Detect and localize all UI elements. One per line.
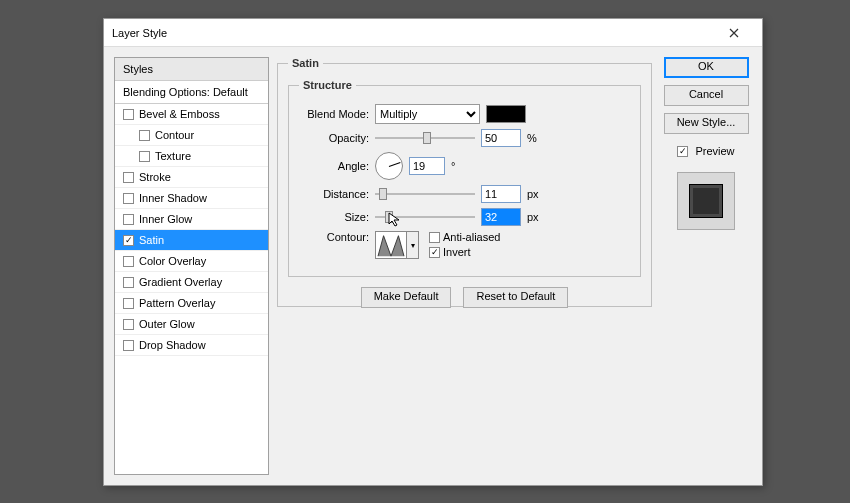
new-style-button[interactable]: New Style... [664,113,749,134]
size-slider[interactable] [375,210,475,224]
style-item-label: Contour [155,129,194,141]
distance-unit: px [527,188,545,200]
distance-label: Distance: [299,188,369,200]
style-item-outer-glow[interactable]: Outer Glow [115,314,268,335]
size-label: Size: [299,211,369,223]
styles-header[interactable]: Styles [115,58,268,81]
preview-thumbnail [677,172,735,230]
layer-style-dialog: Layer Style Styles Blending Options: Def… [103,18,763,486]
style-item-label: Pattern Overlay [139,297,215,309]
opacity-slider[interactable] [375,131,475,145]
style-item-label: Stroke [139,171,171,183]
dialog-buttons: OK Cancel New Style... Preview [660,57,752,475]
color-swatch[interactable] [486,105,526,123]
close-icon [729,28,739,38]
style-item-drop-shadow[interactable]: Drop Shadow [115,335,268,356]
titlebar: Layer Style [104,19,762,47]
style-item-inner-glow[interactable]: Inner Glow [115,209,268,230]
anti-aliased-checkbox[interactable]: Anti-aliased [429,231,500,243]
checkbox-icon[interactable] [123,256,134,267]
checkbox-icon[interactable] [123,298,134,309]
style-item-texture[interactable]: Texture [115,146,268,167]
style-item-gradient-overlay[interactable]: Gradient Overlay [115,272,268,293]
blending-options[interactable]: Blending Options: Default [115,81,268,104]
checkbox-icon[interactable] [123,193,134,204]
checkbox-icon[interactable] [123,319,134,330]
opacity-input[interactable] [481,129,521,147]
checkbox-icon[interactable] [139,151,150,162]
window-title: Layer Style [112,27,714,39]
style-item-label: Gradient Overlay [139,276,222,288]
checkbox-icon[interactable] [123,172,134,183]
checkbox-icon[interactable] [123,214,134,225]
style-item-label: Drop Shadow [139,339,206,351]
styles-list: Styles Blending Options: Default Bevel &… [114,57,269,475]
style-item-satin[interactable]: Satin [115,230,268,251]
style-item-stroke[interactable]: Stroke [115,167,268,188]
effect-settings-panel: Satin Structure Blend Mode: Multiply Opa… [277,57,652,475]
style-item-pattern-overlay[interactable]: Pattern Overlay [115,293,268,314]
structure-title: Structure [299,79,356,91]
dialog-content: Styles Blending Options: Default Bevel &… [104,47,762,485]
angle-input[interactable] [409,157,445,175]
checkbox-icon[interactable] [123,235,134,246]
checkbox-icon[interactable] [123,340,134,351]
preview-checkbox[interactable]: Preview [677,145,734,157]
opacity-label: Opacity: [299,132,369,144]
blend-mode-select[interactable]: Multiply [375,104,480,124]
style-item-inner-shadow[interactable]: Inner Shadow [115,188,268,209]
style-item-label: Color Overlay [139,255,206,267]
checkbox-icon[interactable] [139,130,150,141]
structure-fieldset: Structure Blend Mode: Multiply Opacity: [288,79,641,277]
style-item-color-overlay[interactable]: Color Overlay [115,251,268,272]
angle-label: Angle: [299,160,369,172]
invert-checkbox[interactable]: Invert [429,246,500,258]
style-item-contour[interactable]: Contour [115,125,268,146]
opacity-unit: % [527,132,545,144]
size-unit: px [527,211,545,223]
contour-label: Contour: [299,231,369,243]
checkbox-icon[interactable] [123,277,134,288]
contour-dropdown[interactable]: ▾ [407,231,419,259]
cancel-button[interactable]: Cancel [664,85,749,106]
style-item-label: Texture [155,150,191,162]
style-item-label: Satin [139,234,164,246]
blend-mode-label: Blend Mode: [299,108,369,120]
style-item-label: Bevel & Emboss [139,108,220,120]
size-input[interactable] [481,208,521,226]
distance-slider[interactable] [375,187,475,201]
panel-title: Satin [288,57,323,69]
close-button[interactable] [714,19,754,47]
ok-button[interactable]: OK [664,57,749,78]
reset-to-default-button[interactable]: Reset to Default [463,287,568,308]
style-item-bevel-emboss[interactable]: Bevel & Emboss [115,104,268,125]
distance-input[interactable] [481,185,521,203]
satin-fieldset: Satin Structure Blend Mode: Multiply Opa… [277,57,652,307]
checkbox-icon[interactable] [123,109,134,120]
angle-dial[interactable] [375,152,403,180]
style-item-label: Outer Glow [139,318,195,330]
style-item-label: Inner Glow [139,213,192,225]
angle-unit: ° [451,160,469,172]
contour-picker[interactable] [375,231,407,259]
style-item-label: Inner Shadow [139,192,207,204]
make-default-button[interactable]: Make Default [361,287,452,308]
